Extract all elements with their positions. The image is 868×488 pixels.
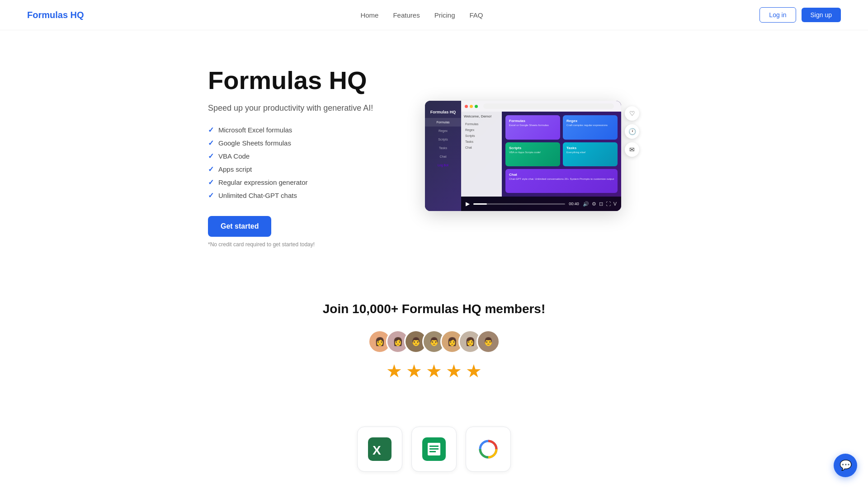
check-icon-1: ✓	[208, 139, 214, 147]
avatar-7: 👨	[476, 330, 500, 353]
video-top-bar	[461, 101, 621, 112]
card-title-0: Formulas	[509, 119, 557, 123]
check-icon-0: ✓	[208, 126, 214, 134]
feature-item-0: ✓ Microsoft Excel formulas	[208, 126, 398, 134]
hero-section: Formulas HQ Speed up your productivity w…	[118, 30, 750, 275]
video-list-item-1: Regex	[464, 127, 499, 133]
excel-icon: X	[368, 437, 392, 461]
video-list-item-3: Tasks	[464, 139, 499, 145]
video-card-chat: Chat Chat-GPT style chat. Unlimited conv…	[505, 169, 618, 193]
social-title: Join 10,000+ Formulas HQ members!	[18, 302, 850, 316]
card-desc-4: Chat-GPT style chat. Unlimited conversat…	[509, 178, 614, 180]
star-2: ★	[406, 361, 422, 381]
check-icon-2: ✓	[208, 152, 214, 160]
sidebar-scripts: Scripts	[425, 135, 461, 144]
google-workspace-logo	[466, 427, 511, 472]
chat-button[interactable]: 💬	[834, 454, 857, 477]
url-bar	[483, 103, 614, 109]
sidebar-regex: Regex	[425, 127, 461, 135]
dot-minimize	[470, 105, 473, 108]
vimeo-icon[interactable]: V	[613, 201, 617, 207]
sheets-logo	[411, 427, 457, 472]
video-card-scripts: Scripts VBA or Apps Scripts code!	[505, 142, 560, 166]
video-main: Welcome, Demo! Formulas Regex Scripts Ta…	[461, 101, 621, 211]
video-sidebar: Formulas HQ Formulas Regex Scripts Tasks…	[425, 101, 461, 211]
fullscreen-icon[interactable]: ⛶	[606, 201, 611, 207]
video-container: Formulas HQ Formulas Regex Scripts Tasks…	[425, 101, 621, 211]
check-icon-5: ✓	[208, 191, 214, 200]
feature-label-2: VBA Code	[218, 152, 250, 160]
star-rating: ★ ★ ★ ★ ★	[18, 361, 850, 381]
video-progress-fill	[473, 203, 487, 205]
social-proof-section: Join 10,000+ Formulas HQ members! 👩 👩 👨 …	[0, 275, 868, 418]
star-1: ★	[386, 361, 402, 381]
feature-list: ✓ Microsoft Excel formulas ✓ Google Shee…	[208, 126, 398, 200]
navbar: Formulas HQ Home Features Pricing FAQ Lo…	[0, 0, 868, 30]
video-mock: Formulas HQ Formulas Regex Scripts Tasks…	[425, 101, 621, 211]
feature-item-2: ✓ VBA Code	[208, 152, 398, 160]
watch-later-button[interactable]: 🕐	[625, 124, 639, 139]
settings-icon[interactable]: ⚙	[592, 201, 596, 207]
video-left-panel: Welcome, Demo! Formulas Regex Scripts Ta…	[461, 112, 502, 197]
svg-rect-5	[429, 448, 439, 450]
sidebar-logbot: Log Bot	[425, 161, 461, 169]
theater-icon[interactable]: ⊡	[599, 201, 603, 207]
svg-rect-4	[429, 446, 439, 447]
feature-label-0: Microsoft Excel formulas	[218, 126, 292, 134]
nav-features[interactable]: Features	[393, 11, 420, 19]
nav-actions: Log in Sign up	[760, 7, 841, 23]
nav-pricing[interactable]: Pricing	[434, 11, 455, 19]
feature-item-4: ✓ Regular expression generator	[208, 178, 398, 187]
card-desc-1: Craft complex regular expressions	[566, 124, 614, 127]
video-list-item-4: Chat	[464, 145, 499, 150]
excel-logo: X	[357, 427, 402, 472]
card-desc-0: Excel or Google Sheets formulas	[509, 124, 557, 127]
video-progress-bar[interactable]	[473, 203, 565, 205]
nav-home[interactable]: Home	[360, 11, 378, 19]
nav-links: Home Features Pricing FAQ	[360, 11, 483, 19]
star-4: ★	[446, 361, 462, 381]
play-button[interactable]: ▶	[466, 201, 470, 207]
get-started-button[interactable]: Get started	[208, 216, 271, 237]
card-title-4: Chat	[509, 173, 614, 177]
no-cc-text: *No credit card required to get started …	[208, 241, 398, 248]
feature-label-1: Google Sheets formulas	[218, 139, 291, 147]
sheets-icon	[422, 437, 446, 461]
star-5: ★	[466, 361, 482, 381]
video-card-regex: Regex Craft complex regular expressions	[563, 115, 618, 139]
card-title-2: Scripts	[509, 146, 557, 150]
video-right-actions: ♡ 🕐 ✉	[625, 101, 639, 162]
card-title-3: Tasks	[566, 146, 614, 150]
video-list-item-0: Formulas	[464, 121, 499, 127]
dot-maximize	[475, 105, 478, 108]
video-welcome: Welcome, Demo!	[464, 114, 499, 118]
nav-logo[interactable]: Formulas HQ	[27, 10, 84, 20]
volume-icon[interactable]: 🔊	[583, 201, 589, 207]
logo-section: X	[0, 418, 868, 488]
feature-item-3: ✓ Apps script	[208, 165, 398, 174]
login-button[interactable]: Log in	[760, 7, 796, 23]
video-content: Welcome, Demo! Formulas Regex Scripts Ta…	[461, 112, 621, 197]
check-icon-4: ✓	[208, 178, 214, 187]
svg-rect-6	[429, 451, 436, 452]
video-card-formulas: Formulas Excel or Google Sheets formulas	[505, 115, 560, 139]
card-desc-2: VBA or Apps Scripts code!	[509, 151, 557, 154]
share-button[interactable]: ✉	[625, 142, 639, 157]
sidebar-formulas: Formulas	[425, 118, 461, 127]
feature-label-5: Unlimited Chat-GPT chats	[218, 192, 297, 199]
avatar-group: 👩 👩 👨 👨 👩 👩 👨	[18, 330, 850, 353]
signup-button[interactable]: Sign up	[802, 8, 841, 22]
feature-label-3: Apps script	[218, 165, 252, 173]
hero-subtitle: Speed up your productivity with generati…	[208, 103, 398, 113]
hero-right: Formulas HQ Formulas Regex Scripts Tasks…	[425, 101, 723, 213]
hero-title: Formulas HQ	[208, 66, 398, 94]
video-wrapper: Formulas HQ Formulas Regex Scripts Tasks…	[425, 101, 621, 211]
card-desc-3: Everything else!	[566, 151, 614, 154]
workspace-icon	[476, 437, 500, 461]
nav-faq[interactable]: FAQ	[470, 11, 483, 19]
star-3: ★	[426, 361, 442, 381]
video-card-tasks: Tasks Everything else!	[563, 142, 618, 166]
heart-button[interactable]: ♡	[625, 106, 639, 121]
video-ctrl-icons: 🔊 ⚙ ⊡ ⛶ V	[583, 201, 617, 207]
hero-left: Formulas HQ Speed up your productivity w…	[208, 66, 398, 248]
